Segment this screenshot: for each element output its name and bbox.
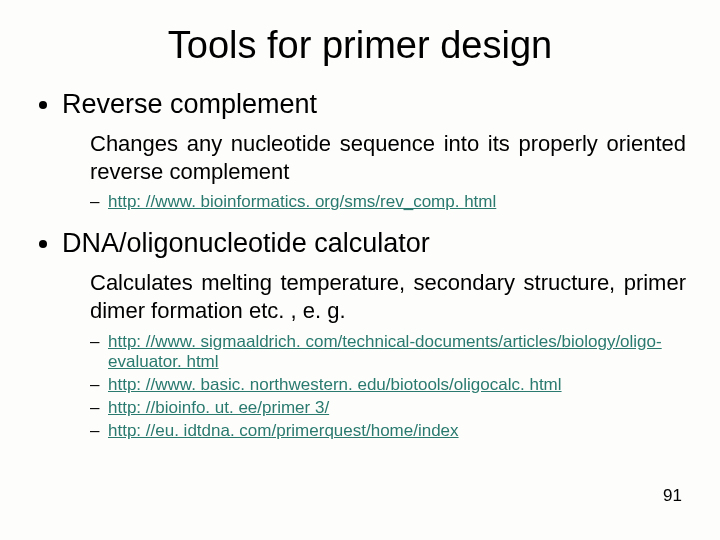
bullet-heading: DNA/oligonucleotide calculator xyxy=(62,228,430,258)
bullet-desc: Changes any nucleotide sequence into its… xyxy=(90,130,686,186)
page-number: 91 xyxy=(663,486,682,506)
bullet-list: Reverse complement Changes any nucleotid… xyxy=(34,89,686,441)
slide: Tools for primer design Reverse compleme… xyxy=(0,0,720,540)
link-item: http: //bioinfo. ut. ee/primer 3/ xyxy=(90,398,686,418)
bullet-desc: Calculates melting temperature, secondar… xyxy=(90,269,686,325)
link-item: http: //www. basic. northwestern. edu/bi… xyxy=(90,375,686,395)
bullet-reverse-complement: Reverse complement Changes any nucleotid… xyxy=(62,89,686,212)
link-list: http: //www. bioinformatics. org/sms/rev… xyxy=(90,192,686,212)
link-item: http: //www. bioinformatics. org/sms/rev… xyxy=(90,192,686,212)
link[interactable]: http: //eu. idtdna. com/primerquest/home… xyxy=(108,421,459,440)
bullet-heading: Reverse complement xyxy=(62,89,317,119)
link-item: http: //eu. idtdna. com/primerquest/home… xyxy=(90,421,686,441)
link-list: http: //www. sigmaaldrich. com/technical… xyxy=(90,332,686,441)
bullet-dna-calculator: DNA/oligonucleotide calculator Calculate… xyxy=(62,228,686,440)
link[interactable]: http: //www. basic. northwestern. edu/bi… xyxy=(108,375,562,394)
link[interactable]: http: //bioinfo. ut. ee/primer 3/ xyxy=(108,398,329,417)
link-item: http: //www. sigmaaldrich. com/technical… xyxy=(90,332,686,372)
slide-title: Tools for primer design xyxy=(34,24,686,67)
link[interactable]: http: //www. sigmaaldrich. com/technical… xyxy=(108,332,662,371)
link[interactable]: http: //www. bioinformatics. org/sms/rev… xyxy=(108,192,496,211)
